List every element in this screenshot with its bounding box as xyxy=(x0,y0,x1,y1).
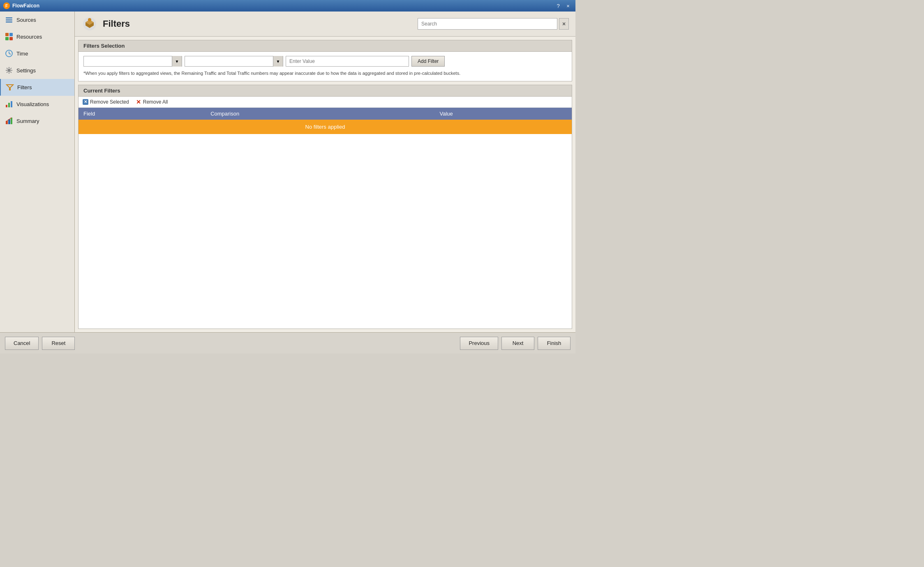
add-filter-button[interactable]: Add Filter xyxy=(411,56,445,67)
time-icon xyxy=(5,49,13,58)
titlebar-controls: ? × xyxy=(554,2,572,10)
svg-line-11 xyxy=(9,53,11,54)
page-title: Filters xyxy=(103,19,130,29)
footer-right-buttons: Previous Next Finish xyxy=(460,337,571,350)
finish-button[interactable]: Finish xyxy=(538,337,571,350)
svg-rect-3 xyxy=(6,19,12,21)
svg-rect-6 xyxy=(9,33,13,36)
no-filters-row: No filters applied xyxy=(79,120,572,134)
content-area: Filters × Filters Selection ▼ xyxy=(75,12,575,332)
sidebar-label-time: Time xyxy=(16,51,28,57)
help-button[interactable]: ? xyxy=(554,2,562,10)
svg-rect-8 xyxy=(9,37,13,40)
previous-button[interactable]: Previous xyxy=(460,337,498,350)
col-comparison: Comparison xyxy=(206,108,434,120)
svg-rect-5 xyxy=(5,33,9,36)
sidebar-item-summary[interactable]: Summary xyxy=(0,113,74,130)
filters-selection-header: Filters Selection xyxy=(79,40,572,52)
sidebar-label-settings: Settings xyxy=(16,67,36,74)
header-title-area: Filters xyxy=(81,16,130,32)
field-dropdown[interactable]: ▼ xyxy=(83,56,182,67)
remove-all-label: Remove All xyxy=(143,99,168,105)
search-close-button[interactable]: × xyxy=(559,18,569,30)
next-button[interactable]: Next xyxy=(501,337,534,350)
sidebar-label-filters: Filters xyxy=(17,84,32,90)
titlebar: F FlowFalcon ? × xyxy=(0,0,575,12)
sidebar-item-resources[interactable]: Resources xyxy=(0,28,74,45)
svg-rect-16 xyxy=(8,103,10,107)
cancel-button[interactable]: Cancel xyxy=(5,337,39,350)
svg-rect-4 xyxy=(6,21,12,23)
col-value: Value xyxy=(435,108,572,120)
sidebar-label-resources: Resources xyxy=(16,34,42,40)
page-icon xyxy=(81,16,98,32)
sources-icon xyxy=(5,16,13,24)
current-filters-panel: Current Filters ✕ Remove Selected ✕ Remo… xyxy=(78,85,572,329)
svg-rect-2 xyxy=(6,17,12,19)
table-header-row: Field Comparison Value xyxy=(79,108,572,120)
filters-selection-body: ▼ ▼ Add Filter *When you apply filters t… xyxy=(79,52,572,81)
svg-text:F: F xyxy=(5,4,8,8)
content-header: Filters × xyxy=(75,12,575,37)
filter-note: *When you apply filters to aggregated vi… xyxy=(83,70,567,77)
app-title-area: F FlowFalcon xyxy=(3,2,39,9)
sidebar: Sources Resources Time xyxy=(0,12,75,332)
svg-rect-18 xyxy=(6,121,8,124)
col-field: Field xyxy=(79,108,206,120)
sidebar-label-visualizations: Visualizations xyxy=(16,101,49,107)
close-button[interactable]: × xyxy=(564,2,572,10)
svg-point-22 xyxy=(88,18,91,21)
remove-selected-label: Remove Selected xyxy=(90,99,129,105)
sidebar-label-summary: Summary xyxy=(16,118,39,124)
filter-value-input[interactable] xyxy=(286,56,409,67)
comparison-dropdown[interactable]: ▼ xyxy=(185,56,283,67)
no-filters-message: No filters applied xyxy=(79,120,572,134)
field-dropdown-arrow[interactable]: ▼ xyxy=(172,56,182,67)
resources-icon xyxy=(5,32,13,41)
search-input[interactable] xyxy=(418,18,557,30)
reset-button[interactable]: Reset xyxy=(42,337,75,350)
current-filters-header: Current Filters xyxy=(79,85,572,97)
svg-rect-20 xyxy=(11,118,12,124)
sidebar-item-visualizations[interactable]: Visualizations xyxy=(0,96,74,113)
remove-selected-icon: ✕ xyxy=(83,99,88,105)
filter-input-row: ▼ ▼ Add Filter xyxy=(83,56,567,67)
comparison-dropdown-arrow[interactable]: ▼ xyxy=(273,56,283,67)
summary-icon xyxy=(5,117,13,125)
settings-icon xyxy=(5,66,13,74)
sidebar-item-time[interactable]: Time xyxy=(0,45,74,62)
svg-rect-15 xyxy=(6,105,7,107)
viz-icon xyxy=(5,100,13,108)
filters-toolbar: ✕ Remove Selected ✕ Remove All xyxy=(79,97,572,108)
filters-selection-panel: Filters Selection ▼ ▼ Add xyxy=(78,40,572,81)
svg-rect-17 xyxy=(11,101,12,107)
app-title: FlowFalcon xyxy=(12,3,39,9)
filters-table: Field Comparison Value No filters applie… xyxy=(79,108,572,134)
remove-selected-button[interactable]: ✕ Remove Selected xyxy=(83,99,129,105)
sidebar-item-settings[interactable]: Settings xyxy=(0,62,74,79)
remove-all-button[interactable]: ✕ Remove All xyxy=(136,99,168,105)
remove-all-icon: ✕ xyxy=(136,99,141,105)
search-container: × xyxy=(418,18,569,30)
svg-rect-7 xyxy=(5,37,9,40)
sidebar-label-sources: Sources xyxy=(16,17,36,23)
filters-icon xyxy=(6,83,14,91)
footer: Cancel Reset Previous Next Finish xyxy=(0,332,575,354)
sidebar-item-sources[interactable]: Sources xyxy=(0,12,74,28)
sidebar-item-filters[interactable]: Filters xyxy=(0,79,74,96)
footer-left-buttons: Cancel Reset xyxy=(5,337,75,350)
app-icon: F xyxy=(3,2,10,9)
